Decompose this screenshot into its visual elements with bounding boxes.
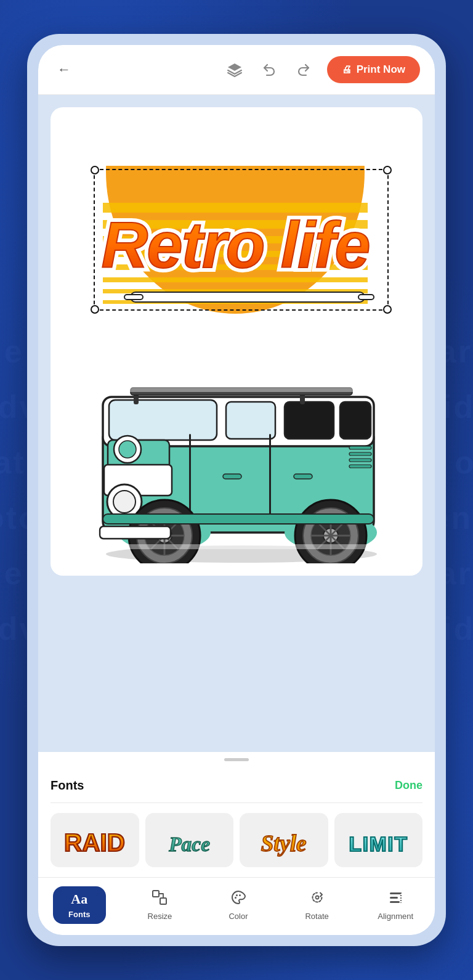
phone-container: ← bbox=[27, 34, 446, 946]
font-pace-svg: Pace bbox=[150, 819, 229, 862]
svg-rect-55 bbox=[349, 446, 371, 449]
svg-rect-29 bbox=[294, 474, 312, 479]
svg-rect-64 bbox=[153, 891, 159, 897]
van-illustration bbox=[66, 317, 417, 563]
svg-text:Style: Style bbox=[261, 831, 307, 856]
tool-alignment[interactable]: Alignment bbox=[371, 889, 420, 921]
fonts-panel: Fonts Done bbox=[38, 766, 435, 877]
svg-rect-56 bbox=[349, 452, 371, 455]
svg-rect-71 bbox=[390, 897, 398, 899]
top-bar: ← bbox=[38, 45, 435, 95]
svg-point-22 bbox=[113, 491, 135, 513]
back-icon: ← bbox=[57, 62, 71, 78]
undo-icon bbox=[262, 62, 277, 77]
font-raid-svg: RAID bbox=[55, 819, 134, 862]
font-limit-svg: LIMIT bbox=[339, 819, 418, 862]
print-icon: 🖨 bbox=[342, 64, 352, 75]
drag-indicator bbox=[224, 758, 249, 761]
font-style-svg: Style bbox=[244, 819, 323, 862]
handle-top-left[interactable] bbox=[91, 166, 99, 174]
font-card-style[interactable]: Style bbox=[240, 813, 328, 867]
redo-icon bbox=[296, 62, 311, 77]
fonts-divider bbox=[51, 802, 422, 803]
tool-rotate[interactable]: Rotate bbox=[293, 889, 342, 921]
svg-rect-23 bbox=[226, 402, 275, 439]
handle-bottom-right[interactable] bbox=[383, 305, 392, 314]
svg-rect-28 bbox=[223, 474, 241, 479]
top-bar-center: 🖨 Print Now bbox=[224, 56, 420, 83]
fonts-grid: RAID Pace bbox=[51, 813, 422, 867]
color-icon bbox=[230, 889, 246, 909]
svg-rect-24 bbox=[285, 402, 334, 439]
svg-rect-65 bbox=[160, 898, 166, 904]
color-label: Color bbox=[228, 912, 248, 921]
print-button-label: Print Now bbox=[357, 63, 405, 76]
fonts-title: Fonts bbox=[51, 778, 84, 793]
fonts-icon: Aa bbox=[71, 891, 87, 907]
svg-point-68 bbox=[239, 894, 241, 896]
top-bar-left: ← bbox=[53, 59, 75, 81]
alignment-label: Alignment bbox=[378, 912, 413, 921]
resize-icon bbox=[152, 889, 168, 909]
svg-text:Pace: Pace bbox=[168, 833, 210, 855]
bottom-toolbar: Aa Fonts Resize bbox=[38, 877, 435, 935]
undo-button[interactable] bbox=[258, 59, 280, 81]
back-button[interactable]: ← bbox=[53, 59, 75, 81]
fonts-header: Fonts Done bbox=[51, 778, 422, 793]
selection-box[interactable] bbox=[94, 169, 389, 311]
phone-inner: ← bbox=[38, 45, 435, 935]
svg-point-54 bbox=[119, 441, 136, 458]
rotate-label: Rotate bbox=[305, 912, 328, 921]
svg-rect-58 bbox=[349, 465, 371, 468]
svg-rect-49 bbox=[100, 526, 171, 539]
alignment-icon bbox=[387, 889, 403, 909]
layers-icon bbox=[227, 62, 243, 78]
print-button[interactable]: 🖨 Print Now bbox=[327, 56, 420, 83]
van-svg bbox=[66, 317, 417, 563]
font-card-raid[interactable]: RAID bbox=[51, 813, 139, 867]
svg-text:RAID: RAID bbox=[64, 828, 125, 857]
rotate-icon bbox=[309, 889, 325, 909]
svg-rect-70 bbox=[390, 892, 401, 894]
bottom-panel: Fonts Done bbox=[38, 752, 435, 935]
font-card-pace[interactable]: Pace bbox=[145, 813, 234, 867]
svg-rect-48 bbox=[103, 514, 374, 524]
svg-rect-25 bbox=[340, 402, 371, 439]
svg-point-67 bbox=[236, 894, 238, 896]
done-button[interactable]: Done bbox=[395, 779, 422, 792]
svg-rect-72 bbox=[390, 901, 400, 903]
tool-color[interactable]: Color bbox=[214, 889, 263, 921]
svg-rect-18 bbox=[109, 400, 217, 440]
svg-rect-27 bbox=[269, 434, 271, 523]
handle-top-right[interactable] bbox=[383, 166, 392, 174]
svg-text:LIMIT: LIMIT bbox=[349, 833, 408, 855]
handle-bottom-left[interactable] bbox=[91, 305, 99, 314]
font-card-limit[interactable]: LIMIT bbox=[334, 813, 423, 867]
fonts-label: Fonts bbox=[68, 910, 90, 919]
layers-button[interactable] bbox=[224, 59, 246, 81]
tool-fonts[interactable]: Aa Fonts bbox=[53, 886, 106, 924]
resize-label: Resize bbox=[148, 912, 172, 921]
svg-point-66 bbox=[235, 897, 236, 899]
canvas-area: Retro life Retro life bbox=[38, 95, 435, 752]
svg-point-69 bbox=[315, 896, 318, 899]
svg-rect-57 bbox=[349, 459, 371, 462]
tool-resize[interactable]: Resize bbox=[135, 889, 184, 921]
canvas-card[interactable]: Retro life Retro life bbox=[51, 107, 422, 576]
redo-button[interactable] bbox=[293, 59, 315, 81]
